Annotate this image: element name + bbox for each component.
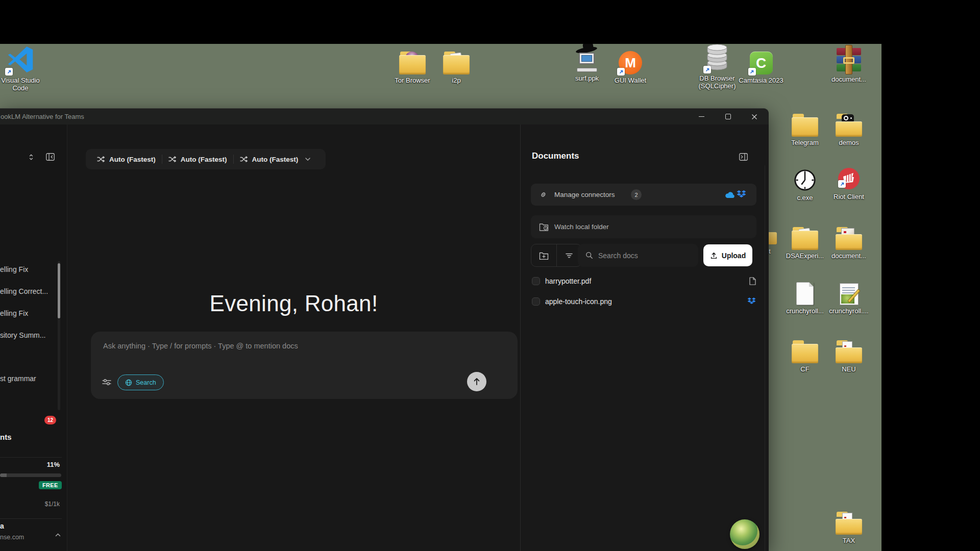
- desktop-icon-tax[interactable]: TAX: [826, 506, 871, 544]
- shortcut-arrow-icon: [838, 180, 846, 188]
- desktop-icon-label: t: [769, 247, 771, 255]
- document-list-item[interactable]: harrypotter.pdf: [521, 272, 769, 290]
- watch-local-folder-button[interactable]: Watch local folder: [531, 215, 756, 238]
- watch-local-folder-label: Watch local folder: [554, 215, 609, 238]
- divider: [0, 457, 62, 458]
- prompt-input[interactable]: [103, 340, 471, 352]
- desktop-icon-document-folder[interactable]: document...: [826, 221, 871, 260]
- model-selector-3[interactable]: Auto (Fastest): [234, 149, 317, 169]
- panel-left-icon: [46, 153, 55, 161]
- desktop-icon-label: Riot Client: [834, 193, 864, 201]
- desktop-icon-label: crunchyroll...: [786, 307, 824, 315]
- model-selector-2[interactable]: Auto (Fastest): [162, 149, 233, 169]
- globe-icon: [125, 379, 132, 386]
- prompt-input-card[interactable]: Search: [91, 332, 518, 399]
- sidebar-item-chat[interactable]: elling Fix: [0, 265, 28, 273]
- model-selector-1[interactable]: Auto (Fastest): [91, 149, 162, 169]
- new-folder-button[interactable]: [531, 244, 556, 266]
- connector-count-badge: 2: [631, 189, 642, 200]
- desktop-icon-vscode[interactable]: Visual Studio Code: [0, 46, 43, 92]
- folder-icon: [792, 117, 818, 137]
- folder-doc-icon: [836, 344, 862, 363]
- desktop-icon-db-browser[interactable]: DB Browser (SQLCipher): [695, 44, 740, 90]
- desktop-icon-tor-browser[interactable]: Tor Browser: [390, 46, 435, 84]
- desktop-icon-label: Telegram: [791, 139, 818, 146]
- upload-button[interactable]: Upload: [703, 244, 752, 266]
- web-search-toggle[interactable]: Search: [117, 374, 164, 390]
- desktop-icon-label: c.exe: [797, 194, 813, 202]
- model-label: Auto (Fastest): [109, 156, 156, 163]
- price-label: $1/1k: [45, 500, 60, 508]
- file-checkbox[interactable]: [532, 277, 540, 285]
- clock-icon: [793, 168, 817, 192]
- desktop-icon-telegram[interactable]: Telegram: [782, 108, 827, 146]
- account-name: a: [0, 522, 4, 530]
- docs-search-box[interactable]: [578, 244, 698, 267]
- desktop-icon-label: DSAExperi...: [786, 252, 824, 260]
- desktop-icon-riot-client[interactable]: Riot Client: [826, 162, 871, 201]
- folder-plus-icon: [539, 252, 549, 260]
- upload-icon: [710, 252, 718, 260]
- sidebar-item-chat[interactable]: elling Fix: [0, 309, 28, 317]
- window-titlebar[interactable]: ookLM Alternative for Teams: [0, 109, 769, 124]
- desktop-icon-cf[interactable]: CF: [782, 335, 827, 373]
- desktop-icon-camtasia[interactable]: C Camtasia 2023: [739, 46, 783, 84]
- desktop-icon-demos[interactable]: demos: [826, 108, 871, 146]
- globe-icon: [730, 519, 760, 549]
- putty-icon: [575, 46, 599, 72]
- globe-app-icon[interactable]: [730, 519, 760, 549]
- sidebar-item-chat[interactable]: elling Correct...: [0, 287, 48, 295]
- desktop-icon-c-exe[interactable]: c.exe: [782, 163, 827, 202]
- desktop-icon-neu[interactable]: NEU: [826, 335, 871, 373]
- sidebar: elling Fix elling Correct... elling Fix …: [0, 124, 67, 551]
- desktop-icon-crunchyroll-file[interactable]: crunchyroll...: [782, 277, 827, 315]
- sidebar-item-chat[interactable]: sitory Summ...: [0, 331, 45, 339]
- folder-picture-icon: [836, 231, 862, 250]
- sort-button[interactable]: [28, 154, 35, 163]
- dropbox-icon: [737, 190, 746, 201]
- connectors-link-icon: [539, 190, 548, 201]
- manage-connectors-label: Manage connectors: [554, 184, 615, 206]
- desktop-icon-label: demos: [839, 139, 859, 146]
- account-menu-button[interactable]: [55, 530, 61, 539]
- desktop-icon-label: i2p: [452, 77, 460, 84]
- sidebar-scrollbar-thumb[interactable]: [58, 263, 60, 318]
- manage-connectors-button[interactable]: Manage connectors 2: [531, 184, 756, 206]
- desktop-icon-label: NEU: [842, 365, 855, 373]
- app-window: ookLM Alternative for Teams elling Fix e…: [0, 108, 769, 551]
- collapse-sidebar-button[interactable]: [46, 153, 55, 163]
- collapse-documents-panel-button[interactable]: [739, 153, 748, 163]
- sidebar-section-label[interactable]: nts: [0, 433, 12, 441]
- plan-badge: FREE: [39, 481, 62, 489]
- dropbox-icon: [747, 297, 756, 307]
- search-toggle-label: Search: [136, 379, 156, 386]
- close-button[interactable]: [744, 109, 765, 124]
- maximize-button[interactable]: [718, 109, 738, 124]
- desktop-icon-surf-ppk[interactable]: surf.ppk: [565, 44, 609, 82]
- database-icon: [705, 43, 729, 72]
- file-checkbox[interactable]: [532, 297, 540, 306]
- folder-watch-icon: [539, 222, 549, 233]
- folder-paper-icon: [792, 231, 818, 250]
- notification-badge: 12: [44, 416, 56, 424]
- tune-settings-button[interactable]: [102, 379, 111, 388]
- document-list-item[interactable]: apple-touch-icon.png: [521, 293, 769, 310]
- riot-icon: [837, 166, 861, 191]
- desktop-icon-label: Camtasia 2023: [739, 77, 783, 84]
- winrar-archive-icon: [837, 47, 861, 73]
- sidebar-item-chat[interactable]: st grammar: [0, 374, 36, 383]
- desktop-icon-label: crunchyroll....: [829, 307, 868, 315]
- minimize-button[interactable]: [691, 109, 712, 124]
- desktop-icon-document-rar[interactable]: document...: [826, 45, 871, 83]
- folder-icon: [792, 344, 818, 363]
- greeting-text: Evening, Rohan!: [67, 291, 520, 316]
- camtasia-icon: C: [750, 52, 773, 74]
- upload-button-label: Upload: [722, 252, 746, 260]
- send-button[interactable]: [467, 372, 486, 391]
- desktop-icon-i2p[interactable]: i2p: [434, 46, 479, 84]
- desktop-icon-gui-wallet[interactable]: M GUI Wallet: [608, 46, 653, 84]
- desktop-icon-dsaexperi[interactable]: DSAExperi...: [782, 221, 827, 260]
- shortcut-arrow-icon: [703, 66, 711, 73]
- docs-search-input[interactable]: [598, 244, 690, 267]
- desktop-icon-crunchyroll-note[interactable]: crunchyroll....: [826, 277, 871, 315]
